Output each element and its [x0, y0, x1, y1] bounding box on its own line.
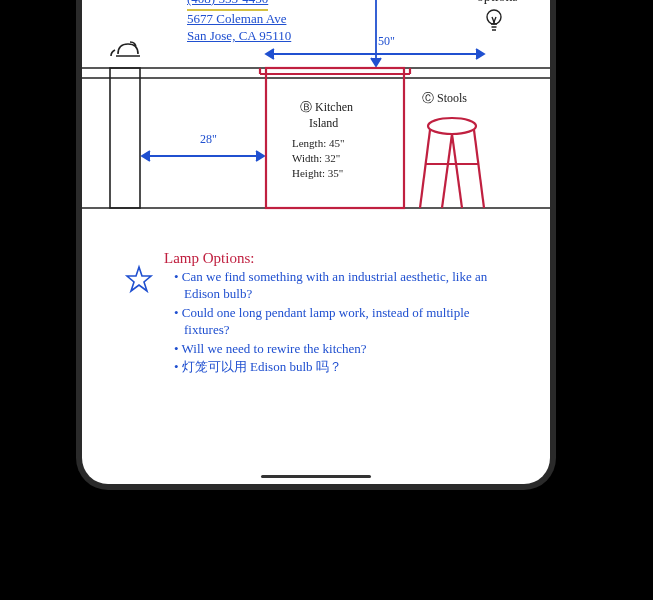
svg-line-14 [474, 130, 484, 208]
note-canvas[interactable]: (408) 555-4450 5677 Coleman Ave San Jose… [82, 0, 550, 484]
svg-point-12 [428, 118, 476, 134]
island-title: Kitchen [315, 100, 353, 114]
island-dimensions: Length: 45" Width: 32" Height: 35" [292, 136, 344, 181]
lamp-options-list: • Can we find something with an industri… [174, 269, 514, 378]
dimension-50: 50" [378, 34, 395, 50]
svg-line-13 [420, 130, 430, 208]
star-icon [124, 264, 154, 294]
bullet-3: • Will we need to rewire the kitchen? [174, 341, 514, 358]
svg-line-15 [442, 134, 452, 208]
island-width: Width: 32" [292, 151, 344, 166]
bullet-4: • 灯笼可以用 Edison bulb 吗？ [174, 359, 514, 376]
island-height: Height: 35" [292, 166, 344, 181]
island-length: Length: 45" [292, 136, 344, 151]
dimension-28: 28" [200, 132, 217, 148]
stools-text: Stools [437, 91, 467, 105]
island-marker: Ⓑ [300, 100, 312, 114]
tablet-screen[interactable]: (408) 555-4450 5677 Coleman Ave San Jose… [82, 0, 550, 484]
stools-label: Ⓒ Stools [422, 91, 467, 107]
tablet-frame: (408) 555-4450 5677 Coleman Ave San Jose… [76, 0, 556, 490]
bullet-2: • Could one long pendant lamp work, inst… [174, 305, 514, 339]
svg-line-16 [452, 134, 462, 208]
island-title2: Island [309, 116, 338, 130]
svg-rect-4 [110, 68, 140, 208]
stools-marker: Ⓒ [422, 91, 434, 105]
lamp-options-title: Lamp Options: [164, 249, 254, 269]
home-indicator[interactable] [261, 475, 371, 478]
island-label: Ⓑ Kitchen Island [300, 100, 353, 131]
bullet-1: • Can we find something with an industri… [174, 269, 514, 303]
